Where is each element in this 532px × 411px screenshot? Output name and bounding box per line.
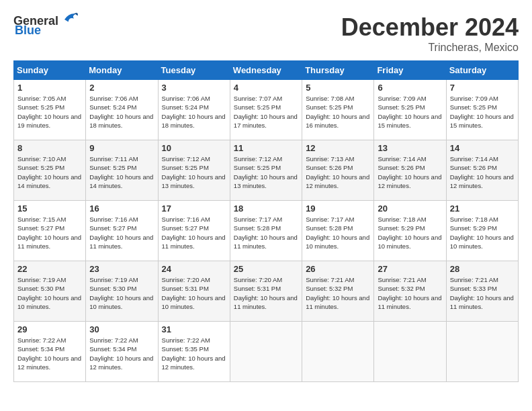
header-thursday: Thursday xyxy=(302,61,374,80)
week-row-1: 1 Sunrise: 7:05 AMSunset: 5:25 PMDayligh… xyxy=(14,80,519,140)
day-9: 9 Sunrise: 7:11 AMSunset: 5:25 PMDayligh… xyxy=(86,140,158,201)
day-27: 27 Sunrise: 7:21 AMSunset: 5:32 PMDaylig… xyxy=(374,261,446,322)
day-30: 30 Sunrise: 7:22 AMSunset: 5:34 PMDaylig… xyxy=(86,322,158,382)
day-16: 16 Sunrise: 7:16 AMSunset: 5:27 PMDaylig… xyxy=(86,201,158,261)
day-28: 28 Sunrise: 7:21 AMSunset: 5:33 PMDaylig… xyxy=(446,261,518,322)
day-25: 25 Sunrise: 7:20 AMSunset: 5:31 PMDaylig… xyxy=(230,261,302,322)
header-saturday: Saturday xyxy=(446,61,518,80)
empty-cell-2 xyxy=(302,322,374,382)
day-22: 22 Sunrise: 7:19 AMSunset: 5:30 PMDaylig… xyxy=(14,261,86,322)
location-title: Trincheras, Mexico xyxy=(341,42,519,54)
header-tuesday: Tuesday xyxy=(158,61,230,80)
day-11: 11 Sunrise: 7:12 AMSunset: 5:25 PMDaylig… xyxy=(230,140,302,201)
calendar-table: Sunday Monday Tuesday Wednesday Thursday… xyxy=(13,60,519,382)
day-19: 19 Sunrise: 7:17 AMSunset: 5:28 PMDaylig… xyxy=(302,201,374,261)
day-7: 7 Sunrise: 7:09 AMSunset: 5:25 PMDayligh… xyxy=(446,80,518,140)
week-row-3: 15 Sunrise: 7:15 AMSunset: 5:27 PMDaylig… xyxy=(14,201,519,261)
header-sunday: Sunday xyxy=(14,61,86,80)
day-2: 2 Sunrise: 7:06 AMSunset: 5:24 PMDayligh… xyxy=(86,80,158,140)
empty-cell-3 xyxy=(374,322,446,382)
header-friday: Friday xyxy=(374,61,446,80)
day-3: 3 Sunrise: 7:06 AMSunset: 5:24 PMDayligh… xyxy=(158,80,230,140)
month-title: December 2024 xyxy=(341,13,519,42)
weekday-header-row: Sunday Monday Tuesday Wednesday Thursday… xyxy=(14,61,519,80)
day-14: 14 Sunrise: 7:14 AMSunset: 5:26 PMDaylig… xyxy=(446,140,518,201)
day-13: 13 Sunrise: 7:14 AMSunset: 5:26 PMDaylig… xyxy=(374,140,446,201)
empty-cell-4 xyxy=(446,322,518,382)
logo-bird-icon xyxy=(60,10,79,29)
day-12: 12 Sunrise: 7:13 AMSunset: 5:26 PMDaylig… xyxy=(302,140,374,201)
day-20: 20 Sunrise: 7:18 AMSunset: 5:29 PMDaylig… xyxy=(374,201,446,261)
page-header: General Blue December 2024 Trincheras, M… xyxy=(13,13,519,54)
day-5: 5 Sunrise: 7:08 AMSunset: 5:25 PMDayligh… xyxy=(302,80,374,140)
day-17: 17 Sunrise: 7:16 AMSunset: 5:27 PMDaylig… xyxy=(158,201,230,261)
header-monday: Monday xyxy=(86,61,158,80)
day-8: 8 Sunrise: 7:10 AMSunset: 5:25 PMDayligh… xyxy=(14,140,86,201)
day-21: 21 Sunrise: 7:18 AMSunset: 5:29 PMDaylig… xyxy=(446,201,518,261)
day-10: 10 Sunrise: 7:12 AMSunset: 5:25 PMDaylig… xyxy=(158,140,230,201)
week-row-2: 8 Sunrise: 7:10 AMSunset: 5:25 PMDayligh… xyxy=(14,140,519,201)
day-4: 4 Sunrise: 7:07 AMSunset: 5:25 PMDayligh… xyxy=(230,80,302,140)
logo: General Blue xyxy=(13,13,79,38)
logo-blue-text: Blue xyxy=(15,24,41,38)
day-23: 23 Sunrise: 7:19 AMSunset: 5:30 PMDaylig… xyxy=(86,261,158,322)
day-6: 6 Sunrise: 7:09 AMSunset: 5:25 PMDayligh… xyxy=(374,80,446,140)
empty-cell-1 xyxy=(230,322,302,382)
day-18: 18 Sunrise: 7:17 AMSunset: 5:28 PMDaylig… xyxy=(230,201,302,261)
day-26: 26 Sunrise: 7:21 AMSunset: 5:32 PMDaylig… xyxy=(302,261,374,322)
day-31: 31 Sunrise: 7:22 AMSunset: 5:35 PMDaylig… xyxy=(158,322,230,382)
day-15: 15 Sunrise: 7:15 AMSunset: 5:27 PMDaylig… xyxy=(14,201,86,261)
day-29: 29 Sunrise: 7:22 AMSunset: 5:34 PMDaylig… xyxy=(14,322,86,382)
header-wednesday: Wednesday xyxy=(230,61,302,80)
week-row-4: 22 Sunrise: 7:19 AMSunset: 5:30 PMDaylig… xyxy=(14,261,519,322)
week-row-5: 29 Sunrise: 7:22 AMSunset: 5:34 PMDaylig… xyxy=(14,322,519,382)
day-1: 1 Sunrise: 7:05 AMSunset: 5:25 PMDayligh… xyxy=(14,80,86,140)
title-section: December 2024 Trincheras, Mexico xyxy=(341,13,519,54)
day-24: 24 Sunrise: 7:20 AMSunset: 5:31 PMDaylig… xyxy=(158,261,230,322)
